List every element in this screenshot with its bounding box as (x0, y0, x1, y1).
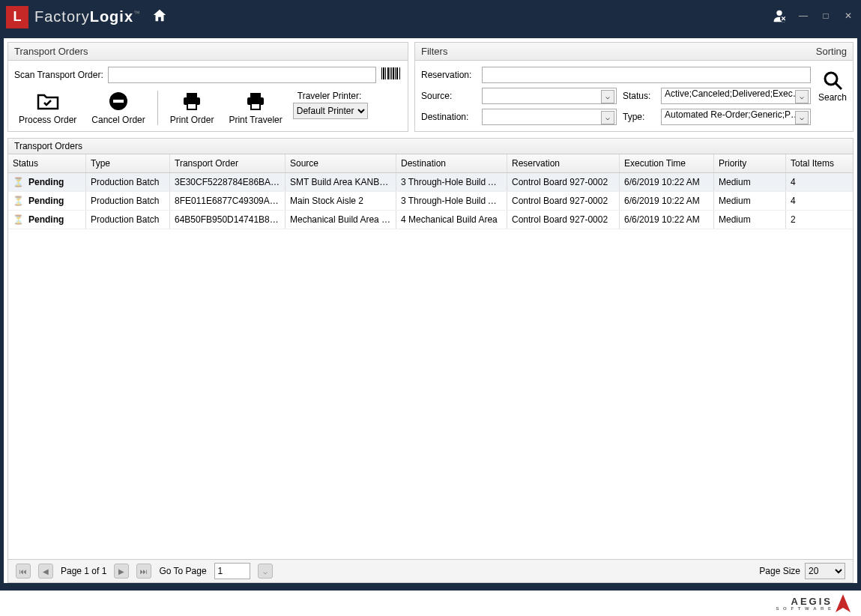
cell-destination: 3 Through-Hole Build Ar… (396, 192, 507, 210)
col-transport-order[interactable]: Transport Order (170, 154, 286, 172)
print-traveler-button[interactable]: Print Traveler (224, 91, 286, 125)
svg-rect-10 (396, 67, 398, 79)
hourglass-icon: ⏳ (13, 214, 24, 225)
svg-point-0 (776, 10, 782, 15)
cell-total-items: 2 (786, 211, 840, 229)
svg-rect-11 (399, 67, 400, 79)
footer: AEGIS S O F T W A R E (0, 591, 861, 616)
barcode-icon (381, 67, 402, 82)
svg-rect-8 (393, 67, 394, 79)
cell-type: Production Batch (86, 192, 170, 210)
cell-reservation: Control Board 927-0002 (507, 192, 620, 210)
app-brand: FactoryLogix™ (34, 8, 141, 25)
minimize-button[interactable]: — (797, 10, 810, 24)
goto-page-input[interactable] (214, 563, 250, 579)
folder-check-icon (37, 91, 59, 112)
scan-input[interactable] (108, 67, 376, 83)
svg-rect-7 (391, 67, 392, 79)
cancel-order-button[interactable]: Cancel Order (87, 91, 149, 125)
user-icon[interactable] (771, 7, 788, 27)
source-select[interactable] (482, 88, 617, 104)
cell-transport-order: 8FE011E6877C49309ABA… (170, 192, 286, 210)
scan-label: Scan Transport Order: (14, 70, 103, 80)
home-icon[interactable] (151, 7, 168, 27)
status-label: Status: (623, 91, 655, 101)
col-total-items[interactable]: Total Items (786, 154, 840, 172)
table-row[interactable]: ⏳PendingProduction Batch3E30CF5228784E86… (8, 173, 853, 192)
page-info: Page 1 of 1 (61, 566, 106, 576)
type-label: Type: (623, 112, 655, 122)
svg-line-21 (836, 83, 842, 89)
printer-icon (181, 91, 202, 112)
grid-header: Status Type Transport Order Source Desti… (8, 154, 853, 173)
page-size-label: Page Size (759, 566, 800, 576)
sorting-link[interactable]: Sorting (816, 46, 847, 57)
svg-rect-13 (113, 100, 124, 103)
destination-select[interactable] (482, 109, 617, 125)
grid-pager: ⏮ ◀ Page 1 of 1 ▶ ⏭ Go To Page ⌵ Page Si… (8, 559, 853, 582)
page-size-select[interactable]: 20 (805, 563, 845, 579)
cell-status: ⏳Pending (8, 211, 86, 229)
prev-page-button[interactable]: ◀ (38, 564, 53, 579)
cell-execution-time: 6/6/2019 10:22 AM (620, 173, 714, 191)
cancel-icon (109, 91, 128, 112)
reservation-label: Reservation: (421, 70, 476, 80)
next-page-button[interactable]: ▶ (114, 564, 129, 579)
reservation-input[interactable] (482, 67, 811, 83)
status-select[interactable]: Active;Canceled;Delivered;Exec… (661, 88, 811, 104)
svg-rect-9 (395, 67, 396, 79)
cell-total-items: 4 (786, 192, 840, 210)
table-row[interactable]: ⏳PendingProduction Batch64B50FB950D14741… (8, 211, 853, 229)
app-logo: L (6, 6, 28, 28)
col-type[interactable]: Type (86, 154, 170, 172)
type-select[interactable]: Automated Re-Order;Generic;P… (661, 109, 811, 125)
traveler-printer-select[interactable]: Default Printer (293, 103, 368, 119)
hourglass-icon: ⏳ (13, 196, 24, 206)
cell-transport-order: 64B50FB950D14741B816… (170, 211, 286, 229)
svg-rect-5 (387, 67, 389, 79)
cell-total-items: 4 (786, 173, 840, 191)
col-priority[interactable]: Priority (714, 154, 786, 172)
cell-source: Main Stock Aisle 2 (286, 192, 396, 210)
goto-page-dropdown[interactable]: ⌵ (258, 564, 273, 579)
col-execution-time[interactable]: Execution Time (620, 154, 714, 172)
print-order-button[interactable]: Print Order (166, 91, 219, 125)
transport-orders-grid: Transport Orders Status Type Transport O… (7, 138, 854, 583)
search-icon (822, 70, 843, 91)
col-destination[interactable]: Destination (396, 154, 507, 172)
cell-transport-order: 3E30CF5228784E86BA7B… (170, 173, 286, 191)
main-frame: Transport Orders Scan Transport Order: P… (0, 34, 861, 591)
table-row[interactable]: ⏳PendingProduction Batch8FE011E6877C4930… (8, 192, 853, 211)
cell-reservation: Control Board 927-0002 (507, 211, 620, 229)
destination-label: Destination: (421, 112, 476, 122)
svg-rect-6 (390, 67, 390, 79)
maximize-button[interactable]: □ (819, 10, 833, 24)
app-header: L FactoryLogix™ — □ ✕ (0, 0, 861, 34)
col-reservation[interactable]: Reservation (507, 154, 620, 172)
aegis-logo: AEGIS S O F T W A R E (776, 594, 851, 612)
svg-rect-2 (381, 67, 382, 79)
hourglass-icon: ⏳ (13, 177, 24, 187)
svg-rect-19 (251, 103, 260, 109)
first-page-button[interactable]: ⏮ (16, 564, 31, 579)
last-page-button[interactable]: ⏭ (136, 564, 151, 579)
cell-type: Production Batch (86, 211, 170, 229)
cell-priority: Medium (714, 192, 786, 210)
cell-priority: Medium (714, 211, 786, 229)
panel-title: Transport Orders (8, 43, 408, 61)
svg-rect-4 (385, 67, 386, 79)
cell-source: Mechanical Build Area Fl… (286, 211, 396, 229)
process-order-button[interactable]: Process Order (14, 91, 81, 125)
col-source[interactable]: Source (286, 154, 396, 172)
col-status[interactable]: Status (8, 154, 86, 172)
panel-title: Filters (421, 46, 447, 57)
traveler-printer-label: Traveler Printer: (297, 91, 368, 101)
cell-status: ⏳Pending (8, 192, 86, 210)
grid-title: Transport Orders (8, 139, 853, 154)
close-button[interactable]: ✕ (842, 10, 855, 24)
search-button[interactable]: Search (818, 70, 847, 103)
goto-label: Go To Page (159, 566, 206, 576)
cell-execution-time: 6/6/2019 10:22 AM (620, 211, 714, 229)
transport-orders-panel: Transport Orders Scan Transport Order: P… (7, 42, 408, 132)
cell-priority: Medium (714, 173, 786, 191)
